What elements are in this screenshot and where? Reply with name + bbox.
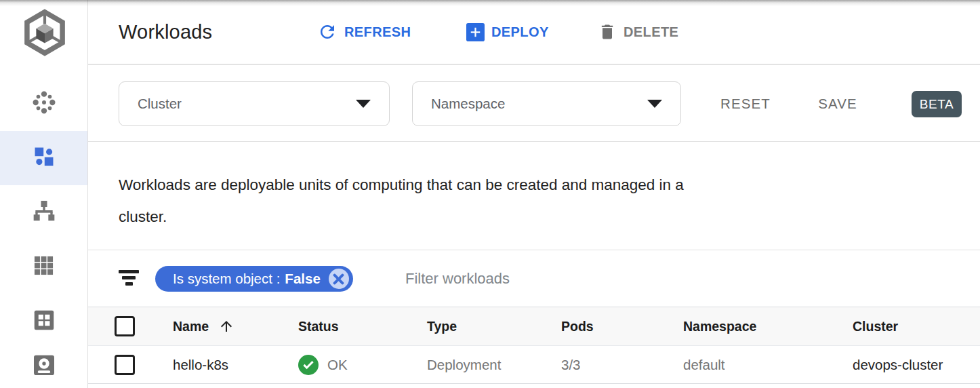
sidebar-item-services[interactable]: [0, 185, 87, 239]
trash-icon: [598, 22, 617, 41]
status-ok-icon: [298, 355, 319, 375]
clusters-dots-icon: [30, 89, 58, 119]
page-header: Workloads REFRESH DEPLOY DELETE: [88, 0, 980, 65]
workload-type: Deployment: [427, 346, 501, 383]
column-header-pods[interactable]: Pods: [561, 307, 594, 345]
sort-ascending-icon[interactable]: [218, 318, 234, 334]
column-header-namespace[interactable]: Namespace: [683, 307, 756, 345]
row-checkbox[interactable]: [115, 355, 135, 375]
chevron-down-icon: [356, 100, 371, 108]
column-header-status[interactable]: Status: [298, 307, 339, 345]
page-description: Workloads are deployable units of comput…: [119, 169, 732, 233]
workloads-icon: [31, 144, 57, 172]
cluster-dropdown-label: Cluster: [138, 96, 182, 112]
save-button[interactable]: SAVE: [811, 66, 865, 141]
workload-name-link[interactable]: hello-k8s: [173, 346, 228, 383]
filter-workloads-input[interactable]: Filter workloads: [405, 251, 609, 307]
gke-hexagon-cube-icon: [20, 8, 69, 57]
namespace-dropdown[interactable]: Namespace: [412, 81, 681, 126]
chevron-down-icon: [647, 100, 662, 108]
filter-chip[interactable]: Is system object : False: [155, 266, 353, 292]
deploy-button[interactable]: DEPLOY: [466, 0, 549, 64]
table-header-row: Name Status Type Pods Namespace Cluster: [88, 307, 980, 346]
filter-list-icon[interactable]: [119, 270, 139, 286]
workload-pods: 3/3: [561, 346, 581, 383]
delete-label: DELETE: [624, 24, 678, 40]
refresh-label: REFRESH: [344, 24, 411, 40]
description-section: Workloads are deployable units of comput…: [88, 142, 980, 250]
filter-chip-value: False: [285, 271, 320, 287]
sidebar-item-storage[interactable]: [0, 339, 87, 388]
filter-toolbar: Cluster Namespace RESET SAVE BETA: [88, 66, 980, 142]
table-row[interactable]: hello-k8s OK Deployment 3/3 default devo…: [88, 346, 980, 384]
sidebar-item-workloads[interactable]: [0, 131, 87, 185]
column-header-type[interactable]: Type: [427, 307, 457, 345]
status-text: OK: [327, 357, 348, 373]
applications-grid-icon: [31, 253, 56, 281]
delete-button[interactable]: DELETE: [598, 0, 678, 64]
refresh-icon: [317, 22, 338, 42]
filter-chip-label: Is system object :: [173, 271, 280, 287]
column-header-name[interactable]: Name: [173, 319, 209, 334]
refresh-button[interactable]: REFRESH: [317, 0, 411, 64]
workload-cluster: devops-cluster: [853, 346, 943, 383]
beta-badge: BETA: [912, 91, 962, 117]
filter-chip-row: Is system object : False Filter workload…: [88, 251, 980, 307]
services-tree-icon: [30, 197, 58, 227]
select-all-checkbox[interactable]: [115, 316, 135, 336]
sidebar-item-applications[interactable]: [0, 239, 87, 294]
workloads-table: Name Status Type Pods Namespace Cluster …: [88, 307, 980, 384]
sidebar: [0, 0, 88, 388]
deploy-plus-icon: [466, 23, 485, 41]
reset-button[interactable]: RESET: [712, 66, 779, 141]
page-title: Workloads: [119, 0, 212, 64]
namespace-dropdown-label: Namespace: [431, 96, 505, 112]
column-header-cluster[interactable]: Cluster: [853, 307, 898, 345]
cluster-dropdown[interactable]: Cluster: [119, 81, 390, 126]
sidebar-item-clusters[interactable]: [0, 77, 87, 131]
storage-disk-icon: [30, 351, 58, 381]
deploy-label: DEPLOY: [491, 24, 549, 40]
workload-namespace: default: [683, 346, 725, 383]
configuration-icon: [31, 307, 57, 336]
close-circle-icon[interactable]: [329, 269, 349, 289]
